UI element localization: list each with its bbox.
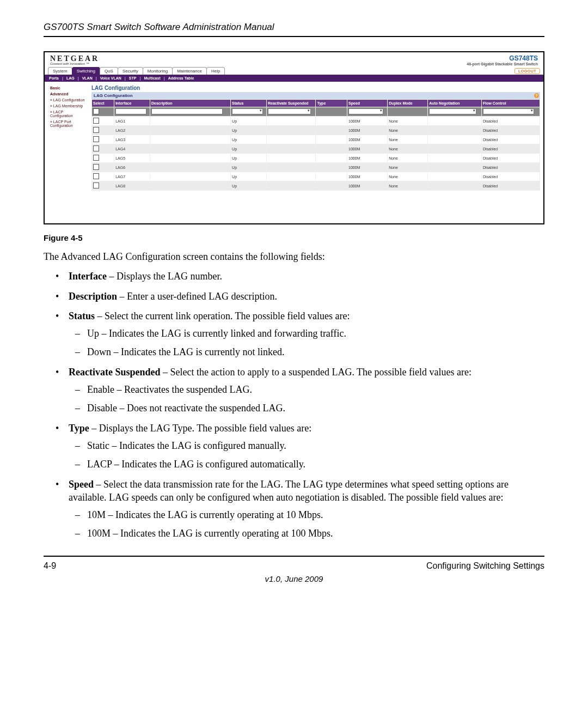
table-row: LAG6Up1000MNoneDisabled — [92, 163, 540, 172]
field-description: Interface – Displays the LAG number. — [69, 270, 544, 283]
row-checkbox[interactable] — [93, 118, 99, 124]
subnav-multicast[interactable]: Multicast — [144, 76, 160, 80]
column-header: Type — [316, 100, 347, 107]
column-header: Description — [150, 100, 230, 107]
column-header: Reactivate Suspended — [266, 100, 316, 107]
sub-nav: Ports|LAG|VLAN|Voice VLAN|STP|Multicast|… — [45, 75, 543, 82]
column-header: Status — [231, 100, 267, 107]
filter-select[interactable] — [232, 108, 263, 114]
table-row: LAG8Up1000MNoneDisabled — [92, 181, 540, 191]
sidebar-item[interactable]: » LACP Port Configuration — [45, 119, 91, 129]
column-header: Interface — [114, 100, 150, 107]
field-value: 10M – Indicates the LAG is currently ope… — [87, 508, 544, 521]
intro-text: The Advanced LAG Configuration screen co… — [44, 250, 544, 263]
nav-tab-system[interactable]: System — [48, 67, 72, 75]
panel-header: LAG Configuration ? — [91, 92, 540, 99]
subnav-stp[interactable]: STP — [129, 76, 137, 80]
figure-screenshot: NETGEAR Connect with Innovation ™ GS748T… — [44, 51, 544, 224]
filter-select[interactable] — [348, 108, 383, 114]
table-row: LAG7Up1000MNoneDisabled — [92, 172, 540, 181]
figure-label: Figure 4-5 — [44, 233, 544, 242]
row-checkbox[interactable] — [93, 164, 99, 170]
sidebar-item[interactable]: » LACP Configuration — [45, 109, 91, 119]
field-description: Type – Displays the LAG Type. The possib… — [69, 422, 544, 471]
nav-tab-monitoring[interactable]: Monitoring — [143, 67, 173, 75]
section-name: Configuring Switching Settings — [426, 561, 544, 571]
running-header: GS700TS Smart Switch Software Administra… — [44, 22, 544, 37]
logout-button[interactable]: LOGOUT — [514, 68, 540, 74]
column-header: Duplex Mode — [388, 100, 428, 107]
row-checkbox[interactable] — [93, 173, 99, 179]
field-value: Static – Indicates the LAG is configured… — [87, 439, 544, 452]
filter-input[interactable] — [151, 108, 223, 114]
page-number: 4-9 — [44, 561, 56, 571]
table-row: LAG3Up1000MNoneDisabled — [92, 135, 540, 144]
field-description: Speed – Select the data transmission rat… — [69, 478, 544, 540]
field-description: Reactivate Suspended – Select the action… — [69, 366, 544, 415]
nav-tab-qos[interactable]: QoS — [100, 67, 118, 75]
row-checkbox[interactable] — [93, 136, 99, 142]
field-value: Up – Indicates the LAG is currently link… — [87, 327, 544, 340]
subnav-ports[interactable]: Ports — [49, 76, 59, 80]
row-checkbox[interactable] — [93, 182, 99, 188]
column-header: Select — [92, 100, 114, 107]
sidebar-item[interactable]: Basic — [45, 85, 91, 91]
subnav-address-table[interactable]: Address Table — [168, 76, 194, 80]
page-footer: 4-9 Configuring Switching Settings — [44, 556, 544, 571]
subnav-vlan[interactable]: VLAN — [82, 76, 93, 80]
field-description: Description – Enter a user-defined LAG d… — [69, 290, 544, 303]
row-checkbox[interactable] — [93, 127, 99, 133]
column-header: Flow Control — [481, 100, 540, 107]
field-value: Down – Indicates the LAG is currently no… — [87, 345, 544, 358]
sidebar: BasicAdvanced» LAG Configuration» LAG Me… — [45, 82, 91, 223]
nav-tab-security[interactable]: Security — [118, 67, 143, 75]
table-row: LAG1Up1000MNoneDisabled — [92, 117, 540, 126]
table-row: LAG5Up1000MNoneDisabled — [92, 154, 540, 163]
field-value: LACP – Indicates the LAG is configured a… — [87, 458, 544, 471]
table-row: LAG2Up1000MNoneDisabled — [92, 126, 540, 135]
section-title: LAG Configuration — [91, 85, 540, 91]
filter-select[interactable] — [483, 108, 534, 114]
row-checkbox[interactable] — [93, 155, 99, 161]
select-all-checkbox[interactable] — [93, 108, 99, 114]
row-checkbox[interactable] — [93, 145, 99, 151]
field-value: Disable – Does not reactivate the suspen… — [87, 401, 544, 415]
filter-select[interactable] — [268, 108, 311, 114]
sidebar-item[interactable]: » LAG Configuration — [45, 97, 91, 103]
column-header: Speed — [347, 100, 388, 107]
field-value: 100M – Indicates the LAG is currently op… — [87, 527, 544, 540]
nav-tab-maintenance[interactable]: Maintenance — [172, 67, 207, 75]
filter-select[interactable] — [429, 108, 476, 114]
table-row: LAG4Up1000MNoneDisabled — [92, 144, 540, 154]
nav-tabs: SystemSwitchingQoSSecurityMonitoringMain… — [45, 66, 543, 75]
sidebar-item[interactable]: » LAG Membership — [45, 103, 91, 109]
nav-tab-help[interactable]: Help — [206, 67, 225, 75]
main-panel: LAG Configuration LAG Configuration ? Se… — [91, 82, 543, 223]
product-code: GS748TS — [467, 54, 538, 62]
version: v1.0, June 2009 — [44, 574, 544, 583]
product-subtitle: 48-port Gigabit Stackable Smart Switch — [467, 62, 538, 66]
subnav-voice-vlan[interactable]: Voice VLAN — [100, 76, 121, 80]
filter-input[interactable] — [115, 108, 146, 114]
column-header: Auto Negotiation — [428, 100, 482, 107]
field-value: Enable – Reactivates the suspended LAG. — [87, 383, 544, 396]
field-description: Status – Select the current link operati… — [69, 309, 544, 359]
lag-table: SelectInterfaceDescriptionStatusReactiva… — [91, 99, 540, 191]
nav-tab-switching[interactable]: Switching — [72, 67, 100, 75]
sidebar-item[interactable]: Advanced — [45, 91, 91, 97]
panel-help-icon[interactable]: ? — [534, 93, 539, 98]
subnav-lag[interactable]: LAG — [66, 76, 75, 80]
